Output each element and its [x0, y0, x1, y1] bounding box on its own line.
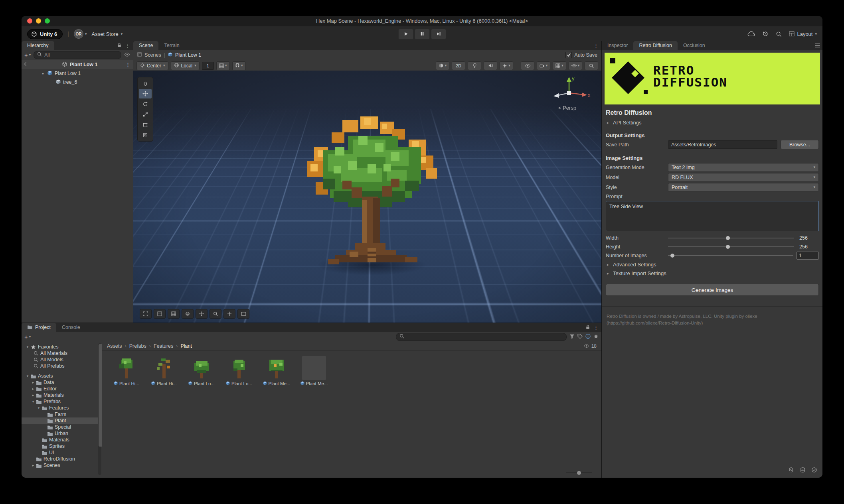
info-icon[interactable]: [585, 334, 591, 340]
tab-inspector[interactable]: Inspector: [602, 41, 633, 50]
foldout-icon[interactable]: ▾: [25, 374, 30, 378]
frame-button[interactable]: [140, 309, 152, 319]
project-tree-item-sprites[interactable]: Sprites: [22, 443, 102, 449]
num-images-value-field[interactable]: 1: [797, 252, 819, 260]
layout-dropdown[interactable]: Layout ▾: [789, 31, 817, 37]
project-tree-item-plant[interactable]: Plant: [22, 417, 102, 424]
model-dropdown[interactable]: RD FLUX ▾: [668, 173, 819, 182]
rect-overlay-button[interactable]: [237, 309, 249, 319]
asset-store-dropdown[interactable]: Asset Store ▾: [92, 31, 123, 37]
move-tool[interactable]: [139, 89, 152, 98]
rect-tool[interactable]: [139, 120, 152, 130]
move-overlay-button[interactable]: [196, 309, 208, 319]
project-tree-item-farm[interactable]: Farm: [22, 411, 102, 417]
audio-toggle[interactable]: [484, 61, 497, 70]
asset-thumbnail[interactable]: [190, 356, 213, 380]
project-tree-item-editor[interactable]: ▸Editor: [22, 386, 102, 392]
minimize-window-button[interactable]: [36, 18, 41, 24]
generate-images-button[interactable]: Generate Images: [606, 284, 819, 296]
height-value-field[interactable]: 256: [797, 243, 819, 250]
tab-scene[interactable]: Scene: [133, 41, 158, 50]
play-button[interactable]: [398, 29, 413, 39]
project-tree-item-materials[interactable]: Materials: [22, 437, 102, 443]
slider-knob[interactable]: [577, 471, 581, 475]
camera-settings-dropdown[interactable]: ▾: [537, 61, 550, 70]
tab-occlusion[interactable]: Occlusion: [678, 41, 711, 50]
slider-handle[interactable]: [726, 245, 730, 249]
slider-handle[interactable]: [726, 236, 730, 240]
prompt-textarea[interactable]: Tree Side View: [606, 201, 819, 231]
lighting-toggle[interactable]: [468, 61, 481, 70]
effects-dropdown[interactable]: ▾: [500, 61, 513, 70]
kebab-menu-icon[interactable]: ⋮: [593, 43, 599, 48]
save-path-field[interactable]: Assets/RetroImages: [668, 140, 777, 149]
style-dropdown[interactable]: Portrait ▾: [668, 183, 819, 192]
project-tree-item-materials[interactable]: ▸Materials: [22, 392, 102, 398]
asset-thumbnail[interactable]: [115, 356, 138, 380]
kebab-menu-icon[interactable]: ⋮: [125, 62, 130, 67]
project-tree-item-scenes[interactable]: ▸Scenes: [22, 462, 102, 469]
breadcrumb-features[interactable]: Features: [154, 343, 173, 349]
snap-increment-dropdown[interactable]: ▾: [232, 61, 246, 70]
draw-mode-dropdown[interactable]: ▾: [436, 61, 449, 70]
2d-mode-toggle[interactable]: 2D: [452, 61, 465, 70]
search-by-type-icon[interactable]: [569, 334, 575, 340]
foldout-icon[interactable]: ▾: [31, 400, 36, 404]
favorite-item-all-models[interactable]: All Models: [22, 356, 102, 363]
foldout-icon[interactable]: ▸: [31, 380, 36, 384]
scene-visibility-toggle[interactable]: [521, 61, 534, 70]
notifications-muted-icon[interactable]: [788, 467, 794, 474]
hierarchy-scene-header[interactable]: Plant Low 1 ⋮: [22, 60, 133, 69]
lock-icon[interactable]: [586, 325, 590, 331]
hierarchy-item-tree-6[interactable]: tree_6: [22, 78, 133, 87]
grid-overlay-button[interactable]: [168, 309, 180, 319]
foldout-icon[interactable]: ▸: [31, 387, 36, 391]
tab-hierarchy[interactable]: Hierarchy: [22, 41, 54, 50]
asset-thumbnail[interactable]: [265, 356, 289, 380]
kebab-menu-icon[interactable]: ⋮: [593, 325, 599, 330]
foldout-icon[interactable]: ▾: [36, 406, 41, 410]
favorites-star-icon[interactable]: [593, 334, 599, 340]
orientation-gizmo[interactable]: y x < Persp: [547, 75, 591, 113]
project-tree-item-assets[interactable]: ▾Assets: [22, 373, 102, 379]
asset-tile-2[interactable]: Plant Hi...: [148, 356, 180, 386]
search-by-label-icon[interactable]: [577, 334, 583, 340]
asset-thumbnail[interactable]: [152, 356, 176, 380]
thumbnail-zoom-slider[interactable]: [566, 471, 592, 475]
tab-project[interactable]: Project: [22, 323, 56, 332]
browse-button[interactable]: Browse...: [781, 140, 819, 149]
pixel-tree-object[interactable]: [296, 114, 448, 284]
rotate-tool[interactable]: [139, 99, 152, 109]
asset-tile-1[interactable]: Plant Hi...: [111, 356, 142, 386]
pause-button[interactable]: [415, 29, 430, 39]
advanced-settings-foldout[interactable]: ▸ Advanced Settings: [602, 260, 822, 269]
tab-retro-diffusion[interactable]: Retro Diffusion: [633, 41, 677, 50]
grid-visibility-dropdown[interactable]: ▾: [553, 61, 566, 70]
persp-label[interactable]: < Persp: [558, 105, 576, 111]
orbit-overlay-button[interactable]: [182, 309, 194, 319]
hierarchy-item-plant-low-1[interactable]: ▾ Plant Low 1: [22, 69, 133, 78]
project-tree-item-retrodiffusion[interactable]: RetroDiffusion: [22, 456, 102, 462]
breadcrumb-root[interactable]: Scenes: [144, 52, 161, 58]
tab-console[interactable]: Console: [56, 323, 86, 332]
project-tree-item-ui[interactable]: UI: [22, 449, 102, 456]
cloud-services-icon[interactable]: [747, 31, 755, 37]
cache-server-icon[interactable]: [800, 467, 806, 474]
view-hand-tool[interactable]: [139, 79, 152, 88]
gizmos-dropdown[interactable]: ▾: [569, 61, 582, 70]
pivot-mode-dropdown[interactable]: Center ▾: [136, 61, 168, 70]
foldout-icon[interactable]: ▸: [31, 463, 36, 467]
breadcrumb-plant[interactable]: Plant: [180, 343, 192, 349]
search-icon[interactable]: [776, 31, 782, 37]
add-asset-button[interactable]: + ▾: [24, 334, 31, 340]
lock-icon[interactable]: [117, 43, 121, 49]
tree-scrollbar[interactable]: [98, 343, 101, 475]
maximize-window-button[interactable]: [45, 18, 50, 24]
favorite-item-all-prefabs[interactable]: All Prefabs: [22, 363, 102, 369]
asset-thumbnail[interactable]: [302, 356, 326, 380]
asset-tile-5[interactable]: Plant Me...: [261, 356, 292, 386]
grid-snap-dropdown[interactable]: ▾: [216, 61, 230, 70]
asset-tile-4[interactable]: Plant Lo...: [223, 356, 255, 386]
project-tree-item-urban[interactable]: Urban: [22, 430, 102, 437]
generation-mode-dropdown[interactable]: Text 2 Img ▾: [668, 163, 819, 172]
